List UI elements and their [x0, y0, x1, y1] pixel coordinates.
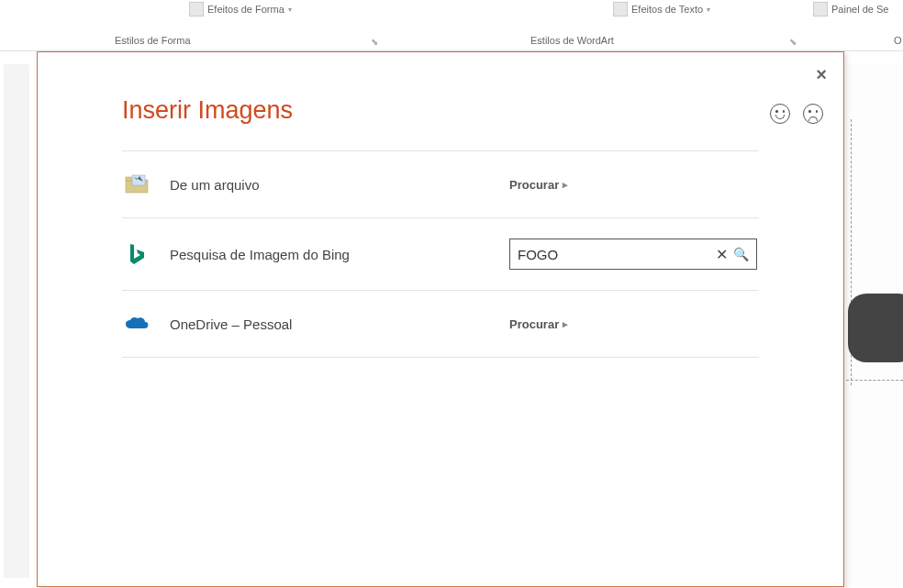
selection-pane-icon: [813, 2, 828, 17]
clear-search-icon[interactable]: ✕: [712, 246, 731, 263]
shape-effects-button[interactable]: Efeitos de Forma ▾: [189, 2, 292, 17]
selection-pane-button[interactable]: Painel de Se: [813, 2, 888, 17]
bing-logo-icon: [124, 241, 150, 267]
feedback-controls: [770, 104, 823, 124]
file-folder-icon: [124, 172, 150, 197]
dropdown-arrow-icon: ▾: [288, 6, 292, 14]
divider: [122, 357, 759, 358]
close-button[interactable]: ×: [816, 65, 827, 83]
dropdown-arrow-icon: ▾: [707, 6, 710, 14]
canvas-shape-rounded[interactable]: [848, 294, 903, 362]
selection-guide-horizontal: [846, 380, 903, 381]
feedback-frown-icon[interactable]: [803, 104, 823, 124]
source-bing-label: Pesquisa de Imagem do Bing: [170, 247, 489, 262]
source-file-label: De um arquivo: [170, 177, 489, 193]
text-effects-button[interactable]: Efeitos de Texto ▾: [613, 2, 710, 17]
browse-file-text: Procurar: [509, 178, 559, 192]
browse-onedrive-text: Procurar: [509, 317, 559, 331]
search-icon[interactable]: 🔍: [731, 247, 751, 261]
feedback-smile-icon[interactable]: [770, 104, 790, 124]
source-row-file[interactable]: De um arquivo Procurar ▸: [122, 151, 759, 217]
onedrive-cloud-icon: [124, 311, 150, 337]
source-row-bing: Pesquisa de Imagem do Bing ✕ 🔍: [122, 218, 759, 290]
browse-file-link[interactable]: Procurar ▸: [509, 178, 568, 192]
shape-effects-label: Efeitos de Forma: [207, 4, 284, 15]
bing-search-input[interactable]: [518, 247, 712, 262]
wordart-styles-group-label: Estilos de WordArt: [530, 35, 614, 46]
insert-images-dialog: × Inserir Imagens De um arquivo Procur: [37, 51, 844, 587]
dialog-launcher-icon[interactable]: ⬊: [371, 37, 378, 47]
selection-pane-label: Painel de Se: [831, 4, 888, 15]
dialog-launcher-icon[interactable]: ⬊: [789, 37, 797, 47]
bing-search-box[interactable]: ✕ 🔍: [509, 239, 757, 270]
slide-canvas-left: [4, 64, 29, 578]
source-row-onedrive[interactable]: OneDrive – Pessoal Procurar ▸: [122, 291, 759, 357]
text-effects-label: Efeitos de Texto: [631, 4, 703, 15]
text-effects-icon: [613, 2, 628, 17]
source-onedrive-label: OneDrive – Pessoal: [170, 316, 489, 332]
chevron-right-icon: ▸: [563, 318, 568, 330]
ribbon-background: Efeitos de Forma ▾ Estilos de Forma ⬊ Ef…: [0, 0, 903, 51]
browse-onedrive-link[interactable]: Procurar ▸: [509, 317, 568, 331]
shape-styles-group-label: Estilos de Forma: [115, 35, 191, 46]
svg-rect-2: [132, 175, 145, 185]
chevron-right-icon: ▸: [563, 179, 568, 191]
dialog-title: Inserir Imagens: [122, 96, 759, 125]
arrange-group-partial: O: [894, 35, 902, 46]
shape-effects-icon: [189, 2, 204, 17]
